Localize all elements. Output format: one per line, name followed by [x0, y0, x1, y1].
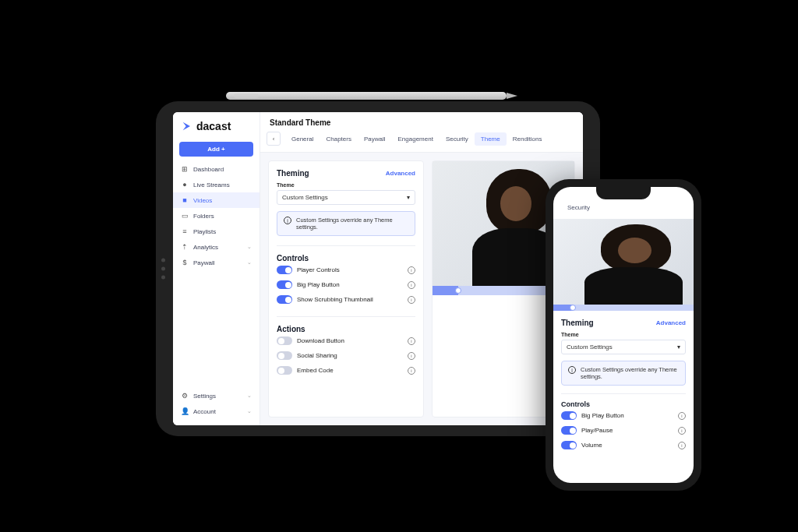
advanced-link[interactable]: Advanced — [386, 170, 415, 177]
theme-field-label: Theme — [277, 182, 415, 188]
info-icon[interactable]: i — [678, 427, 686, 435]
phone-theme-field-label: Theme — [561, 332, 686, 337]
chevron-down-icon: ⌄ — [247, 244, 252, 250]
phone-theme-select[interactable]: Custom Settings ▾ — [561, 340, 686, 354]
brand-name: dacast — [196, 120, 231, 132]
phone-toggle-play-pause[interactable] — [561, 426, 577, 435]
tab-theme[interactable]: Theme — [475, 132, 507, 146]
sidebar: dacast Add + ⊞Dashboard ●Live Streams ■V… — [173, 112, 260, 425]
tab-general[interactable]: General — [285, 132, 320, 146]
phone-advanced-link[interactable]: Advanced — [656, 319, 686, 326]
info-icon[interactable]: i — [408, 266, 415, 274]
theming-heading: Theming — [277, 169, 309, 178]
phone-tab-security[interactable]: Security — [561, 201, 596, 214]
chevron-down-icon: ⌄ — [247, 393, 252, 399]
phone-theming-heading: Theming — [561, 319, 594, 327]
sidebar-item-live-streams[interactable]: ●Live Streams — [173, 177, 260, 192]
folders-icon: ▭ — [181, 212, 189, 220]
phone-toggle-volume[interactable] — [561, 441, 577, 449]
tab-chapters[interactable]: Chapters — [320, 132, 357, 146]
info-icon[interactable]: i — [678, 412, 686, 420]
videos-icon: ■ — [181, 196, 189, 204]
paywall-icon: $ — [181, 259, 189, 266]
sidebar-item-account[interactable]: 👤Account⌄ — [173, 403, 260, 419]
info-icon[interactable]: i — [408, 337, 415, 345]
chevron-down-icon: ⌄ — [247, 408, 252, 414]
sidebar-item-folders[interactable]: ▭Folders — [173, 208, 260, 224]
controls-heading: Controls — [277, 254, 415, 262]
toggle-big-play-button[interactable] — [277, 280, 292, 289]
toggle-player-controls[interactable] — [277, 266, 292, 274]
toggle-download-button[interactable] — [277, 336, 292, 345]
tab-renditions[interactable]: Renditions — [507, 132, 549, 146]
phone-progress-bar[interactable] — [553, 305, 694, 311]
sidebar-item-analytics[interactable]: ⇡Analytics⌄ — [173, 239, 260, 255]
sidebar-item-dashboard[interactable]: ⊞Dashboard — [173, 161, 260, 177]
playlists-icon: ≡ — [181, 227, 189, 235]
sidebar-item-videos[interactable]: ■Videos — [173, 192, 260, 208]
add-button[interactable]: Add + — [179, 142, 253, 157]
info-icon[interactable]: i — [408, 352, 415, 360]
gear-icon: ⚙ — [181, 392, 189, 400]
info-icon[interactable]: i — [678, 442, 686, 449]
info-icon: i — [284, 217, 291, 224]
back-button[interactable]: ‹ — [267, 132, 281, 146]
stylus — [226, 92, 507, 100]
tab-paywall[interactable]: Paywall — [358, 132, 392, 146]
main-panel: Standard Theme ‹ General Chapters Paywal… — [260, 112, 583, 425]
phone-override-notice: i Custom Settings override any Theme set… — [561, 361, 686, 386]
sidebar-item-settings[interactable]: ⚙Settings⌄ — [173, 388, 260, 403]
tab-bar: ‹ General Chapters Paywall Engagement Se… — [260, 132, 583, 153]
phone-device: Security Theming Advanced Theme Custom S… — [546, 179, 701, 491]
toggle-embed-code[interactable] — [277, 366, 292, 375]
override-notice: i Custom Settings override any Theme set… — [277, 211, 415, 236]
info-icon[interactable]: i — [408, 281, 415, 289]
user-icon: 👤 — [181, 407, 189, 415]
chevron-down-icon: ⌄ — [247, 259, 252, 266]
live-icon: ● — [181, 181, 189, 188]
settings-panel: Theming Advanced Theme Custom Settings ▾… — [268, 160, 424, 417]
phone-controls-heading: Controls — [561, 400, 686, 408]
chevron-down-icon: ▾ — [407, 194, 410, 201]
sidebar-item-paywall[interactable]: $Paywall⌄ — [173, 255, 260, 270]
info-icon[interactable]: i — [408, 296, 415, 304]
dashboard-icon: ⊞ — [181, 165, 189, 173]
sidebar-item-playlists[interactable]: ≡Playlists — [173, 224, 260, 239]
tablet-device: dacast Add + ⊞Dashboard ●Live Streams ■V… — [156, 101, 600, 436]
toggle-social-sharing[interactable] — [277, 351, 292, 360]
info-icon: i — [568, 366, 576, 374]
theme-select[interactable]: Custom Settings ▾ — [277, 190, 415, 205]
tab-engagement[interactable]: Engagement — [392, 132, 440, 146]
toggle-scrubbing-thumbnail[interactable] — [277, 295, 292, 304]
phone-video-preview[interactable] — [553, 219, 694, 305]
brand-logo: dacast — [173, 112, 260, 137]
tab-security[interactable]: Security — [440, 132, 475, 146]
actions-heading: Actions — [277, 325, 415, 333]
chevron-down-icon: ▾ — [677, 344, 680, 351]
analytics-icon: ⇡ — [181, 243, 189, 251]
page-title: Standard Theme — [260, 112, 583, 132]
phone-toggle-big-play[interactable] — [561, 411, 577, 420]
info-icon[interactable]: i — [408, 367, 415, 375]
